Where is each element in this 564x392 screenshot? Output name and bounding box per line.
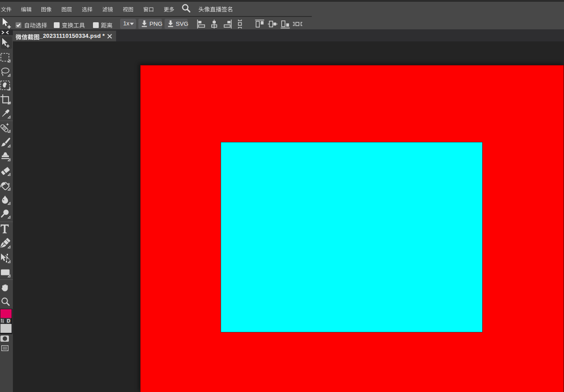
svg-text:D: D: [7, 318, 10, 323]
